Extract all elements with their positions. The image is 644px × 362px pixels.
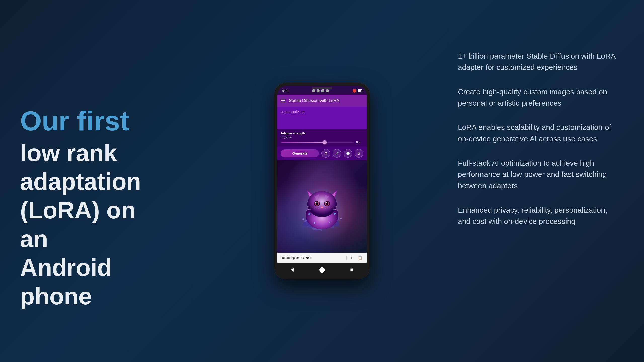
status-right-icons xyxy=(353,89,362,93)
headline-line1: low rank adaptation xyxy=(20,140,141,195)
bullet-2: Create high-quality custom images based … xyxy=(458,86,619,109)
gear-icon: ⚙ xyxy=(324,151,328,155)
back-icon: ◀ xyxy=(291,267,294,272)
status-time: 8:09 xyxy=(282,89,288,93)
bottom-navigation: ◀ ⬤ ◼ xyxy=(277,263,367,276)
left-content-section: Our first low rank adaptation (LoRA) on … xyxy=(20,106,166,310)
adapter-slider-track[interactable] xyxy=(281,142,354,143)
hamburger-menu-icon[interactable] xyxy=(281,99,285,102)
phone-screen: 8:09 xyxy=(277,86,367,276)
home-icon: ⬤ xyxy=(319,266,325,273)
wifi-icon xyxy=(317,89,320,92)
phone-mockup: 8:09 xyxy=(274,83,370,279)
bullet-5: Enhanced privacy, reliability, personali… xyxy=(458,204,619,227)
save-icon: 📋 xyxy=(358,256,362,260)
adapter-value: 0.6 xyxy=(356,141,363,144)
generated-image-area xyxy=(277,160,367,253)
svg-point-34 xyxy=(334,213,336,215)
render-label: Rendering time: 6.79 s xyxy=(281,256,343,260)
status-icons-group xyxy=(312,89,329,92)
home-button[interactable]: ⬤ xyxy=(318,265,326,274)
render-text-label: Rendering time: xyxy=(281,256,302,260)
bullet-4: Full-stack AI optimization to achieve hi… xyxy=(458,157,619,191)
svg-point-25 xyxy=(326,202,327,203)
back-button[interactable]: ◀ xyxy=(288,265,296,274)
phone-speaker xyxy=(312,87,332,89)
crystal-cat-svg xyxy=(292,176,352,237)
bullet-3: LoRA enables scalability and customizati… xyxy=(458,122,619,144)
phone-outer-shell: 8:09 xyxy=(274,83,370,279)
prompt-area[interactable]: a cute curly cat xyxy=(277,107,367,129)
headline-colored: Our first xyxy=(20,106,166,136)
headline-line3: Android phone xyxy=(20,254,112,309)
adapter-slider-thumb[interactable] xyxy=(323,140,327,144)
render-time-bar: Rendering time: 6.79 s | ⬆ 📋 xyxy=(277,253,367,263)
adapter-slider-fill xyxy=(281,142,325,143)
bullet-1: 1+ billion parameter Stable Diffusion wi… xyxy=(458,50,619,73)
recents-icon: ◼ xyxy=(350,267,353,272)
cat-image xyxy=(292,176,352,237)
svg-point-37 xyxy=(302,218,304,220)
prompt-text: a cute curly cat xyxy=(281,110,304,114)
mic-icon: 🎤 xyxy=(335,152,339,155)
share-icon: ⬆ xyxy=(350,256,353,260)
signal-icon xyxy=(312,89,315,92)
svg-point-38 xyxy=(340,218,342,219)
alert-icon xyxy=(353,89,356,93)
svg-point-14 xyxy=(307,191,337,217)
render-divider: | xyxy=(346,256,347,260)
share-button[interactable]: ⬆ xyxy=(349,255,354,260)
render-time-value: 6.79 s xyxy=(303,256,311,260)
generate-button[interactable]: Generate xyxy=(281,149,319,157)
svg-point-24 xyxy=(315,202,317,203)
trash-icon: 🗑 xyxy=(357,152,360,155)
svg-point-33 xyxy=(308,213,310,215)
adapter-label: Adapter strength: xyxy=(281,132,363,135)
action-row: Generate ⚙ 🎤 🕐 🗑 xyxy=(277,147,367,160)
svg-point-36 xyxy=(329,222,330,223)
adapter-slider-row: 0.6 xyxy=(281,141,363,144)
app-title: Stable Diffusion with LoRA xyxy=(289,98,363,103)
location-icon xyxy=(326,89,329,92)
svg-point-35 xyxy=(314,222,315,224)
settings-button[interactable]: ⚙ xyxy=(321,149,330,158)
clear-button[interactable]: 🗑 xyxy=(355,149,363,158)
voice-input-button[interactable]: 🎤 xyxy=(333,149,341,158)
battery-icon xyxy=(358,89,362,92)
right-bullets-section: 1+ billion parameter Stable Diffusion wi… xyxy=(458,50,619,240)
headline-line2: (LoRA) on an xyxy=(20,197,136,252)
nfc-icon xyxy=(321,89,324,92)
adapter-section: Adapter strength: (Crystals) 0.6 xyxy=(277,129,367,147)
app-bar: Stable Diffusion with LoRA xyxy=(277,95,367,107)
save-button[interactable]: 📋 xyxy=(357,255,363,260)
adapter-sublabel: (Crystals) xyxy=(281,136,363,139)
recents-button[interactable]: ◼ xyxy=(348,265,356,274)
headline-white: low rank adaptation (LoRA) on an Android… xyxy=(20,139,166,310)
history-icon: 🕐 xyxy=(346,152,350,155)
history-button[interactable]: 🕐 xyxy=(344,149,352,158)
